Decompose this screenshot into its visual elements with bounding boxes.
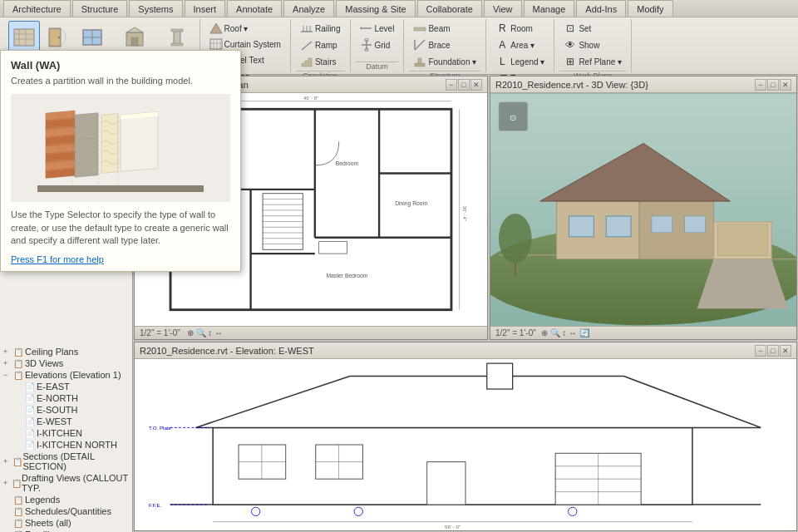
3d-minimize-button[interactable]: − [755,79,766,91]
svg-marker-35 [360,27,362,30]
area-button[interactable]: A Area ▾ [491,37,539,52]
tab-analyze[interactable]: Analyze [283,0,334,17]
tab-modify[interactable]: Modify [628,0,672,17]
grid-button[interactable]: Grid [356,37,395,52]
scale-label: 1/2" = 1'-0" [140,328,180,337]
tab-systems[interactable]: Systems [129,0,182,17]
show-icon: 👁 [564,38,577,52]
svg-text:Master Bedroom: Master Bedroom [326,273,367,278]
elev-minimize-button[interactable]: − [755,345,766,357]
tab-architecture[interactable]: Architecture [3,0,71,17]
view-3d-title-bar: R2010_Residence.rvt - 3D View: {3D} − □ … [490,76,796,93]
views-row-bottom: R2010_Residence.rvt - Elevation: E-WEST … [133,341,798,532]
tree-item-i-kitchen[interactable]: 📄 I-KITCHEN [0,427,132,439]
ribbon-group-datum: Level Grid Datum [351,19,405,72]
room-button[interactable]: R Room [491,21,537,36]
view-3d-content[interactable]: ⊙ [490,93,796,326]
legend-button[interactable]: L Legend ▾ [491,54,549,69]
tree-item-e-north[interactable]: 📄 E-NORTH [0,392,132,404]
svg-rect-112 [718,224,768,256]
tree-item-schedules[interactable]: 📋 Schedules/Quantities [0,505,132,517]
tooltip-image [11,94,133,202]
tooltip-help[interactable]: Press F1 for more help [11,254,133,264]
svg-point-140 [252,507,260,515]
tab-massing[interactable]: Massing & Site [336,0,415,17]
level-button[interactable]: Level [356,21,399,36]
ribbon-group-structure: Beam Brace Foundation ▾ Structure [404,19,486,72]
tree-item-elevations[interactable]: − 📋 Elevations (Elevation 1) [0,369,132,381]
ref-plane-button[interactable]: ⊞ Ref Plane ▾ [559,54,626,69]
tree-item-3d-views[interactable]: + 📋 3D Views [0,357,132,369]
roof-button[interactable]: Roof ▾ [205,21,285,36]
svg-rect-135 [427,462,466,505]
room-icon: R [495,22,509,35]
set-button[interactable]: ⊡ Set [559,21,595,36]
3d-close-button[interactable]: ✕ [780,79,791,91]
elev-close-button[interactable]: ✕ [780,345,791,357]
svg-rect-63 [75,113,98,177]
view-3d-status: 1/2" = 1'-0" ⊕ 🔍 ↕ ↔ 🔄 [490,326,796,339]
tab-addins[interactable]: Add-Ins [576,0,626,17]
svg-point-141 [354,507,362,515]
elev-restore-button[interactable]: □ [767,345,779,357]
3d-scale-label: 1/2" = 1'-0" [495,328,536,337]
show-button[interactable]: 👁 Show [559,37,603,52]
svg-rect-123 [487,363,513,389]
elevation-controls: − □ ✕ [755,345,791,357]
tree-item-families[interactable]: 📋 Families [0,529,132,532]
svg-rect-70 [121,112,133,120]
tab-structure[interactable]: Structure [72,0,128,17]
tree-item-e-east[interactable]: 📄 E-EAST [0,381,132,392]
tree-item-sheets[interactable]: 📋 Sheets (all) [0,517,132,529]
close-button[interactable]: ✕ [470,79,482,91]
svg-point-142 [569,507,577,515]
svg-rect-69 [121,112,133,172]
level-icon [360,22,373,35]
tree-item-sections[interactable]: + 📋 Sections (DETAIL SECTION) [0,451,132,472]
tab-collaborate[interactable]: Collaborate [417,0,482,17]
svg-line-33 [302,42,312,50]
minimize-button[interactable]: − [446,79,457,91]
roof-icon [209,22,223,35]
tree-item-i-kitchen-north[interactable]: 📄 I-KITCHEN NORTH [0,439,132,451]
svg-marker-122 [196,377,761,428]
svg-marker-12 [126,27,143,32]
restore-button[interactable]: □ [458,79,470,91]
elevation-content[interactable]: T.O. Plate F.F.E. 56' - 0" [135,359,796,530]
ramp-button[interactable]: Ramp [296,37,342,52]
svg-rect-40 [414,27,426,31]
foundation-button[interactable]: Foundation ▾ [409,54,480,69]
set-icon: ⊡ [564,22,577,35]
elevation-title: R2010_Residence.rvt - Elevation: E-WEST [140,346,314,356]
floor-plan-status: 1/2" = 1'-0" ⊕ 🔍 ↕ ↔ [135,326,487,339]
ribbon-group-room-area: R Room A Area ▾ L Legend ▾ 🏷 Tag ▾ Room … [486,19,554,72]
tab-annotate[interactable]: Annotate [227,0,282,17]
tab-insert[interactable]: Insert [185,0,226,17]
window-icon [81,26,104,49]
railing-icon [300,22,313,35]
brace-button[interactable]: Brace [409,37,454,52]
stairs-button[interactable]: Stairs [296,54,341,69]
svg-text:F.F.E.: F.F.E. [149,502,162,508]
tooltip-description: Creates a partition wall in the building… [11,75,133,87]
tree-item-e-south[interactable]: 📄 E-SOUTH [0,404,132,416]
tree-item-e-west[interactable]: 📄 E-WEST [0,416,132,427]
tree-item-legends[interactable]: 📋 Legends [0,494,132,505]
svg-text:30' - 4": 30' - 4" [462,206,467,221]
beam-button[interactable]: Beam [409,21,454,36]
railing-button[interactable]: Railing [296,21,345,36]
tab-manage[interactable]: Manage [524,0,575,17]
structure-tools: Beam Brace Foundation ▾ [409,19,480,69]
tab-view[interactable]: View [484,0,522,17]
tree-item-ceiling-plans[interactable]: + 📋 Ceiling Plans [0,346,132,357]
tree-item-drafting[interactable]: + 📋 Drafting Views (CALLOUT TYP. [0,472,132,494]
svg-text:Dining Room: Dining Room [395,200,427,207]
wall-icon [12,26,36,49]
3d-restore-button[interactable]: □ [767,79,779,91]
svg-rect-107 [569,216,594,237]
work-plane-tools: ⊡ Set 👁 Show ⊞ Ref Plane ▾ [559,19,626,69]
svg-rect-14 [174,30,180,45]
left-panel: R2010... Wall (WA) Creates a partition w… [0,75,133,532]
svg-point-116 [499,214,532,264]
svg-rect-109 [652,216,672,233]
